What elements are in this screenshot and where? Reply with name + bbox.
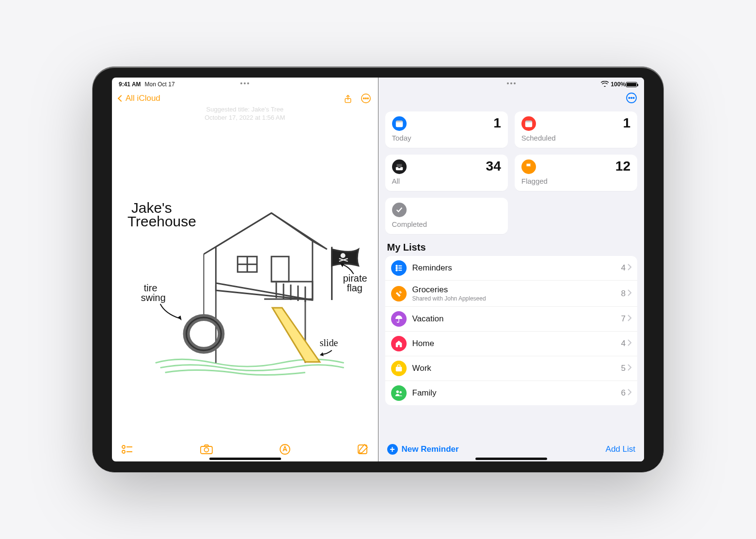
smart-label: All (392, 177, 501, 185)
smart-count: 34 (486, 159, 501, 173)
list-count: 7 (621, 314, 626, 324)
umbrella-icon (391, 311, 407, 327)
carrot-icon (391, 286, 407, 301)
smart-card-flagged[interactable]: 12Flagged (515, 155, 637, 191)
list-row-family[interactable]: Family6 (385, 381, 638, 405)
home-indicator-left[interactable] (209, 458, 281, 460)
svg-point-43 (396, 270, 397, 271)
reminders-app-pane: 100% 1Today1Scheduled34All12FlaggedCompl… (378, 78, 645, 461)
check-icon (392, 203, 407, 217)
flag-icon (521, 159, 536, 174)
note-suggested-title: Suggested title: Jake's Tree (112, 106, 378, 114)
reminders-more-icon[interactable] (626, 92, 637, 106)
battery-icon (626, 82, 637, 87)
svg-point-28 (205, 448, 209, 452)
battery-percent: 100% (611, 81, 626, 88)
checklist-icon[interactable] (122, 444, 133, 456)
smart-label: Scheduled (521, 134, 630, 142)
list-name: Family (412, 388, 621, 398)
svg-rect-16 (271, 256, 289, 282)
chevron-right-icon (628, 339, 631, 348)
notes-nav-bar: All iCloud (112, 91, 378, 108)
chevron-right-icon (628, 364, 631, 373)
compose-icon[interactable] (357, 444, 368, 457)
plus-circle-icon: + (387, 444, 398, 455)
back-label: All iCloud (126, 94, 160, 103)
share-icon[interactable] (343, 94, 352, 103)
note-sketch-canvas[interactable]: Jake's Treehouse tireswing slide piratef… (112, 122, 378, 439)
list-name: Work (412, 364, 621, 373)
multitasking-dots-left[interactable] (236, 79, 253, 87)
chevron-left-icon (118, 95, 125, 102)
list-count: 8 (621, 289, 626, 299)
smart-count: 12 (615, 159, 630, 173)
back-button[interactable]: All iCloud (119, 94, 160, 103)
ipad-device-frame: 9:41 AM Mon Oct 17 All iCloud Suggested … (92, 66, 664, 473)
note-timestamp: October 17, 2022 at 1:56 AM (112, 114, 378, 122)
new-reminder-button[interactable]: + New Reminder (387, 444, 459, 455)
smart-card-all[interactable]: 34All (385, 155, 508, 191)
list-row-work[interactable]: Work5 (385, 356, 638, 381)
svg-rect-45 (395, 366, 402, 371)
smart-card-scheduled[interactable]: 1Scheduled (515, 111, 637, 148)
smart-label: Flagged (521, 177, 630, 185)
svg-point-41 (396, 268, 397, 269)
tire-swing-label: tireswing (141, 283, 166, 303)
status-time: 9:41 AM (119, 81, 141, 88)
list-row-vacation[interactable]: Vacation7 (385, 307, 638, 332)
svg-point-4 (367, 98, 368, 99)
svg-rect-36 (395, 121, 402, 123)
smart-label: Today (392, 134, 501, 142)
add-list-button[interactable]: Add List (606, 444, 635, 454)
svg-rect-38 (525, 121, 532, 123)
camera-icon[interactable] (200, 444, 213, 456)
chevron-right-icon (628, 389, 631, 397)
sketch-title-text: Jake's Treehouse (127, 200, 196, 229)
svg-point-2 (363, 98, 364, 99)
list-count: 4 (621, 263, 626, 273)
notes-app-pane: 9:41 AM Mon Oct 17 All iCloud Suggested … (112, 78, 378, 461)
list-row-reminders[interactable]: Reminders4 (385, 256, 638, 281)
list-count: 4 (621, 339, 626, 349)
smart-card-today[interactable]: 1Today (385, 111, 508, 148)
list-row-groceries[interactable]: GroceriesShared with John Appleseed8 (385, 281, 638, 307)
svg-point-25 (122, 450, 125, 453)
reminder-lists: Reminders4GroceriesShared with John Appl… (385, 256, 638, 405)
mylists-heading: My Lists (378, 238, 645, 256)
house-icon (391, 336, 407, 351)
list-row-home[interactable]: Home4 (385, 332, 638, 356)
list-count: 5 (621, 364, 626, 373)
smart-lists-grid: 1Today1Scheduled34All12FlaggedCompleted (378, 108, 645, 238)
svg-point-46 (396, 391, 398, 393)
list-count: 6 (621, 388, 626, 398)
list-name: Vacation (412, 314, 621, 324)
chevron-right-icon (628, 264, 631, 272)
list-name: Home (412, 339, 621, 349)
smart-count: 1 (623, 116, 630, 130)
new-reminder-label: New Reminder (402, 444, 459, 454)
markup-icon[interactable] (280, 444, 290, 457)
svg-point-3 (365, 98, 366, 99)
svg-point-20 (197, 327, 203, 331)
tray-icon (392, 159, 407, 174)
svg-point-34 (633, 97, 634, 98)
smart-count: 1 (493, 116, 501, 130)
pirate-flag-label: pirateflag (343, 273, 367, 293)
status-date: Mon Oct 17 (145, 81, 175, 88)
list-name: GroceriesShared with John Appleseed (412, 285, 621, 302)
smart-card-completed[interactable]: Completed (385, 198, 508, 234)
svg-point-23 (122, 445, 125, 448)
more-circle-icon[interactable] (361, 93, 371, 104)
multitasking-dots-right[interactable] (503, 79, 520, 87)
svg-point-33 (631, 97, 632, 98)
svg-point-32 (629, 97, 630, 98)
svg-point-22 (341, 253, 346, 258)
note-metadata: Suggested title: Jake's Tree October 17,… (112, 106, 378, 122)
briefcase-icon (391, 361, 407, 376)
slide-label: slide (320, 337, 338, 348)
home-indicator-right[interactable] (475, 458, 547, 460)
wifi-icon (601, 81, 609, 88)
smart-label: Completed (392, 220, 501, 228)
list-subtitle: Shared with John Appleseed (412, 295, 621, 302)
svg-point-47 (399, 391, 402, 394)
